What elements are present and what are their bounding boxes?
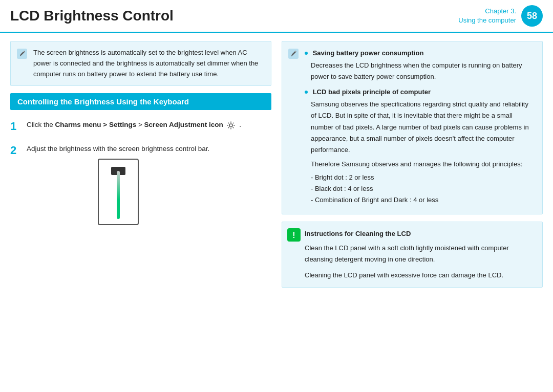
svg-point-1 [229,124,232,127]
pencil-icon [16,48,28,60]
left-column: The screen brightness is automatically s… [10,41,271,385]
bullet-item-1: Saving battery power consumption Decreas… [305,48,535,82]
main-content: The screen brightness is automatically s… [0,33,553,392]
step-1-text: Click the Charms menu > Settings > Scree… [27,119,241,130]
sun-icon [226,121,236,130]
warning-icon: ! [287,228,301,242]
bullet-text-1: Decreases the LCD brightness when the co… [311,60,535,82]
warning-box: ! Instructions for Cleaning the LCD Clea… [282,222,543,287]
bullet-dot-2 [305,91,308,94]
slider-track [117,171,120,219]
warning-text-1: Clean the LCD panel with a soft cloth li… [305,243,535,265]
brightness-slider [98,159,139,225]
chapter-text: Chapter 3. Using the computer [458,7,516,25]
chapter-line1: Chapter 3. [485,7,516,15]
slider-container [27,159,209,225]
step-1: 1 Click the Charms menu > Settings > Scr… [10,119,271,134]
note-box-left: The screen brightness is automatically s… [10,41,271,86]
bullet-dot-1 [305,52,308,55]
sub-bullet-2: - Black dot : 4 or less [311,183,535,194]
note-box-right: Saving battery power consumption Decreas… [282,41,543,214]
step-2: 2 Adjust the brightness with the screen … [10,143,271,225]
step-2-number: 2 [10,143,20,158]
warning-text-2: Cleaning the LCD panel with excessive fo… [305,270,535,281]
step-1-bold1: Charms menu > Settings [55,121,137,128]
step-1-number: 1 [10,119,20,134]
right-column: Saving battery power consumption Decreas… [282,41,543,385]
step-2-label: Adjust the brightness with the screen br… [27,145,209,153]
sub-bullets: - Bright dot : 2 or less - Black dot : 4… [311,172,535,206]
warning-icon-text: ! [292,228,295,242]
note-text-left: The screen brightness is automatically s… [33,49,258,78]
bullet-text-2: Samsung observes the specifications rega… [311,99,535,155]
sub-bullet-1: - Bright dot : 2 or less [311,172,535,183]
pencil-icon-right [287,48,300,60]
section-header: Controlling the Brightness Using the Key… [10,93,271,110]
steps-container: 1 Click the Charms menu > Settings > Scr… [10,117,271,227]
header-right: Chapter 3. Using the computer 58 [458,5,543,27]
svg-line-7 [233,127,234,128]
step-1-after: . [239,121,241,128]
svg-line-8 [228,127,229,128]
step-1-bold2: Screen Adjustment icon [144,121,223,128]
step-1-mid: > [138,121,144,128]
warning-title: Instructions for Cleaning the LCD [305,228,535,239]
page-title: LCD Brightness Control [10,8,174,24]
svg-line-9 [233,123,234,124]
sub-bullet-3: - Combination of Bright and Dark : 4 or … [311,194,535,206]
bullet-extra-2: Therefore Samsung observes and manages t… [311,159,535,170]
svg-line-6 [228,123,229,124]
chapter-line2: Using the computer [458,16,516,24]
bullet-item-2: LCD bad pixels principle of computer Sam… [305,86,535,206]
page-number: 58 [521,5,543,27]
page-header: LCD Brightness Control Chapter 3. Using … [0,0,553,33]
step-2-text: Adjust the brightness with the screen br… [27,143,209,225]
bullet-title-2: LCD bad pixels principle of computer [313,88,431,96]
bullet-title-1: Saving battery power consumption [313,49,424,57]
